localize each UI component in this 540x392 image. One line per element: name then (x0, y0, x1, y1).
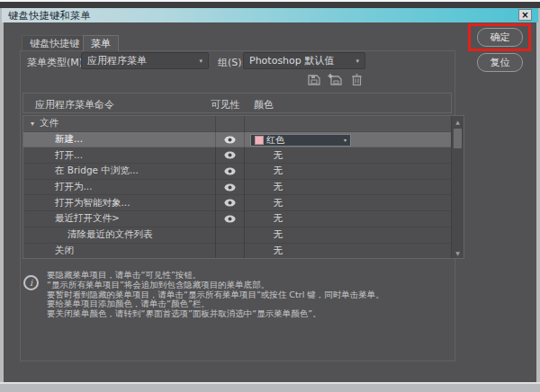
row-color-value[interactable]: 无 (266, 197, 290, 209)
column-divider (244, 116, 245, 258)
visibility-toggle[interactable] (215, 132, 244, 147)
tab-label: 键盘快捷键 (30, 37, 79, 50)
table-header: 应用程序菜单命令 可见性 颜色 (22, 93, 452, 113)
delete-set-icon[interactable] (348, 72, 364, 86)
annotation-highlight-box (468, 23, 531, 51)
window-top-border (0, 2, 540, 8)
table-row-open-as[interactable]: 打开为... 无 (23, 180, 451, 196)
info-line: 要暂时看到隐藏的菜单项目，请单击“显示所有菜单项目”或按住 Ctrl 键，同时单… (47, 290, 454, 300)
set-label: 组(S): (218, 56, 245, 69)
screen: 键盘快捷键和菜单 × 键盘快捷键 菜单 菜单类型(M): 应用程序菜单 ▾ 组(… (0, 0, 540, 392)
table-row-open-recent[interactable]: 最近打开文件> 无 (23, 211, 451, 227)
row-color-value[interactable]: 无 (266, 181, 290, 193)
eye-icon (224, 199, 236, 207)
chevron-down-icon: ▾ (344, 137, 346, 143)
row-label: 打开为... (23, 181, 93, 193)
eye-icon (224, 136, 236, 144)
row-label: 关闭 (23, 245, 74, 257)
row-label: 打开为智能对象... (23, 197, 130, 209)
row-color-value[interactable]: 无 (266, 165, 290, 177)
scrollbar-thumb[interactable] (454, 129, 462, 148)
row-label: 新建... (23, 133, 83, 146)
tab-menus[interactable]: 菜单 (83, 35, 119, 51)
close-button[interactable]: × (518, 9, 532, 21)
info-line: 要隐藏菜单项目，请单击“可见性”按钮。 (47, 271, 454, 281)
window-title: 键盘快捷键和菜单 (2, 9, 91, 22)
menu-type-select[interactable]: 应用程序菜单 ▾ (81, 52, 209, 69)
column-divider (215, 116, 216, 258)
table-row-clear-recent[interactable]: 清除最近的文件列表 无 (23, 227, 451, 244)
visibility-toggle[interactable] (215, 195, 244, 210)
row-color-value: 红色 (266, 134, 284, 147)
table-scrollbar[interactable]: ▲ ▼ (451, 116, 464, 258)
info-line: 要给菜单项目添加颜色，请单击“颜色”栏。 (47, 299, 454, 309)
info-text: 要隐藏菜单项目，请单击“可见性”按钮。 “显示所有菜单项目”将会追加到包含隐藏项… (47, 271, 454, 319)
row-label: 在 Bridge 中浏览... (23, 165, 139, 177)
visibility-toggle[interactable] (215, 180, 244, 195)
info-icon: i (23, 275, 39, 290)
row-color-value[interactable]: 无 (266, 212, 290, 225)
color-swatch-red (255, 136, 264, 145)
scroll-up-icon[interactable]: ▲ (452, 116, 464, 127)
table-row-open-smart-object[interactable]: 打开为智能对象... 无 (23, 195, 451, 211)
table-row-group-file[interactable]: ▾文件 (23, 116, 451, 132)
eye-icon (224, 215, 236, 223)
column-command: 应用程序菜单命令 (35, 98, 114, 111)
scroll-down-icon[interactable]: ▼ (452, 247, 464, 258)
table-row-new[interactable]: 新建... 红色 ▾ (23, 132, 451, 148)
menu-type-value: 应用程序菜单 (87, 54, 195, 67)
eye-icon (224, 183, 236, 192)
row-color-value[interactable]: 无 (266, 228, 290, 241)
visibility-toggle[interactable] (215, 164, 244, 179)
row-label: ▾文件 (23, 117, 58, 129)
tab-label: 菜单 (91, 37, 111, 50)
reset-button[interactable]: 复位 (477, 53, 523, 72)
new-set-icon[interactable] (327, 72, 343, 86)
tab-keyboard-shortcuts[interactable]: 键盘快捷键 (22, 35, 87, 50)
row-color-value[interactable]: 无 (266, 245, 290, 257)
menu-command-table: ▾文件 新建... 红色 ▾ 打开... 无 (22, 115, 464, 259)
save-set-icon[interactable] (306, 72, 322, 86)
window-bottom-edge (0, 382, 540, 384)
visibility-toggle[interactable] (215, 147, 244, 163)
eye-icon (224, 151, 236, 159)
chevron-down-icon: ▾ (352, 58, 359, 65)
title-bar[interactable]: 键盘快捷键和菜单 (2, 8, 538, 22)
row-label: 打开... (23, 149, 83, 162)
column-visibility: 可见性 (211, 98, 240, 111)
table-row-open[interactable]: 打开... 无 (23, 147, 451, 164)
table-row-browse-bridge[interactable]: 在 Bridge 中浏览... 无 (23, 164, 451, 180)
set-select[interactable]: Photoshop 默认值 ▾ (243, 52, 365, 69)
row-label: 最近打开文件> (23, 212, 120, 225)
row-color-select[interactable]: 红色 ▾ (250, 134, 351, 147)
row-color-value[interactable]: 无 (266, 149, 290, 162)
eye-icon (224, 167, 236, 175)
visibility-toggle[interactable] (215, 211, 244, 227)
row-label: 清除最近的文件列表 (23, 228, 153, 241)
group-expanded-icon[interactable]: ▾ (31, 120, 40, 128)
info-line: 要关闭菜单颜色，请转到“界面首选项”面板并取消选中“显示菜单颜色”。 (47, 309, 454, 319)
menu-type-label: 菜单类型(M): (27, 56, 86, 69)
table-row-close[interactable]: 关闭 无 (23, 244, 451, 260)
column-color: 颜色 (254, 98, 274, 111)
info-line: “显示所有菜单项目”将会追加到包含隐藏项目的菜单底部。 (47, 281, 454, 290)
chevron-down-icon: ▾ (195, 58, 202, 65)
set-value: Photoshop 默认值 (249, 54, 352, 67)
table-rows: ▾文件 新建... 红色 ▾ 打开... 无 (23, 116, 451, 258)
